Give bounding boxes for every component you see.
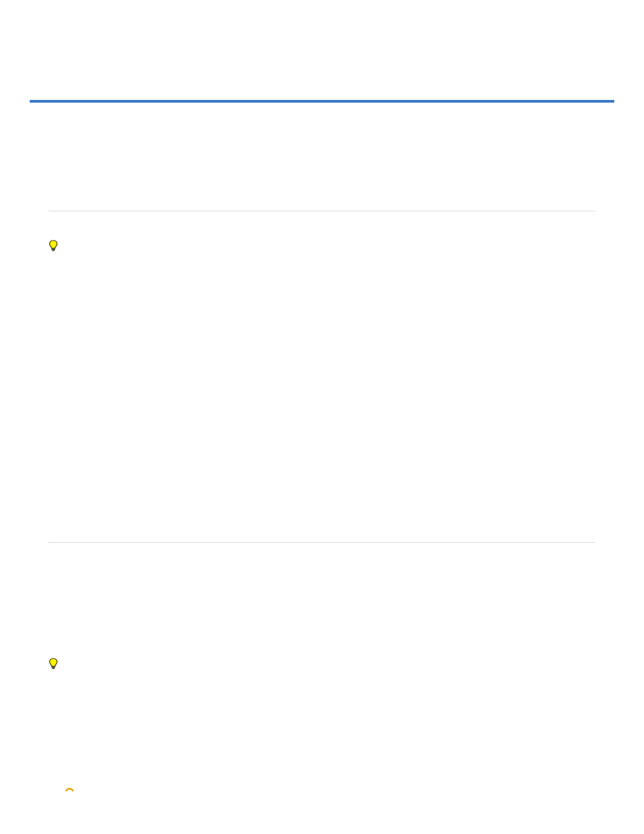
lightbulb-icon bbox=[49, 658, 58, 670]
note-ring-icon bbox=[65, 785, 74, 791]
document-page: 994 bbox=[0, 100, 644, 834]
tip-callout bbox=[49, 240, 595, 252]
spacer bbox=[30, 252, 614, 542]
section-block bbox=[30, 240, 614, 252]
section-block bbox=[30, 543, 614, 791]
svg-rect-3 bbox=[52, 668, 55, 669]
tip-callout bbox=[49, 658, 595, 670]
note-callout-partial bbox=[49, 785, 595, 791]
spacer bbox=[49, 543, 595, 637]
spacer bbox=[30, 103, 614, 211]
lightbulb-icon bbox=[49, 240, 58, 252]
svg-rect-1 bbox=[52, 250, 55, 251]
svg-rect-2 bbox=[52, 667, 55, 668]
section-divider bbox=[49, 211, 595, 211]
svg-rect-0 bbox=[52, 249, 55, 250]
